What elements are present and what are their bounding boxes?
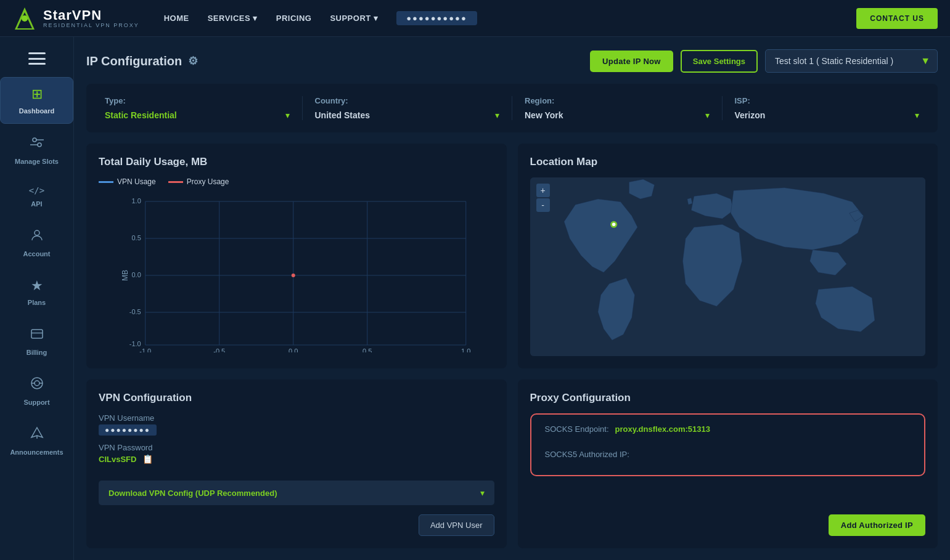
slot-selector-wrap: Test slot 1 ( Static Residential ) — [765, 49, 938, 73]
isp-value: Verizon — [735, 110, 766, 120]
zoom-out-button[interactable]: - — [536, 198, 550, 212]
announcements-icon — [30, 426, 44, 444]
svg-text:-1.0: -1.0 — [139, 347, 151, 352]
content-area: IP Configuration ⚙ Update IP Now Save Se… — [74, 37, 950, 560]
country-value: United States — [315, 110, 370, 120]
proxy-socks-value: proxy.dnsflex.com:51313 — [615, 424, 710, 434]
logo-sub: RESIDENTIAL VPN PROXY — [43, 22, 139, 28]
proxy-socks-label: SOCKS Endpoint: — [545, 424, 609, 434]
isp-select[interactable]: Verizon ▾ — [735, 110, 920, 120]
sidebar-item-manage-slots[interactable]: Manage Slots — [0, 127, 73, 174]
billing-icon — [30, 327, 44, 344]
map-controls: + - — [536, 184, 550, 212]
world-map-svg — [530, 177, 926, 356]
chart-title: Total Daily Usage, MB — [99, 156, 494, 168]
sidebar-item-plans[interactable]: ★ Plans — [0, 269, 73, 315]
isp-dropdown-arrow[interactable]: ▾ — [915, 110, 919, 120]
logo: StarVPN RESIDENTIAL VPN PROXY — [12, 6, 139, 31]
add-auth-wrap: Add Authorized IP — [530, 514, 926, 536]
svg-text:0.5: 0.5 — [131, 234, 141, 241]
svg-text:-1.0: -1.0 — [129, 340, 141, 347]
save-settings-button[interactable]: Save Settings — [681, 50, 758, 73]
isp-label: ISP: — [735, 96, 920, 105]
nav-pricing[interactable]: PRICING — [276, 14, 312, 23]
legend-proxy: Proxy Usage — [168, 177, 229, 186]
chevron-down-icon: ▾ — [374, 14, 379, 23]
nav-links: HOME SERVICES ▾ PRICING SUPPORT ▾ ●●●●●●… — [164, 11, 857, 25]
legend-proxy-label: Proxy Usage — [187, 177, 229, 186]
add-vpn-user-button[interactable]: Add VPN User — [419, 514, 494, 536]
ip-config-row: Type: Static Residential ▾ Country: Unit… — [86, 84, 938, 132]
vpn-config-title: VPN Configuration — [99, 392, 494, 404]
slot-selector[interactable]: Test slot 1 ( Static Residential ) — [765, 49, 938, 73]
two-col-grid: Total Daily Usage, MB VPN Usage Proxy Us… — [86, 144, 938, 548]
hamburger-menu[interactable] — [0, 46, 73, 74]
legend-vpn-line — [99, 181, 113, 183]
type-select[interactable]: Static Residential ▾ — [105, 110, 290, 120]
proxy-socks-row: SOCKS Endpoint: proxy.dnsflex.com:51313 — [539, 420, 917, 439]
proxy-config-title: Proxy Configuration — [530, 392, 926, 404]
top-navbar: StarVPN RESIDENTIAL VPN PROXY HOME SERVI… — [0, 0, 950, 37]
vpn-username-label: VPN Username — [99, 413, 154, 423]
legend-vpn: VPN Usage — [99, 177, 156, 186]
type-dropdown-arrow[interactable]: ▾ — [285, 110, 290, 120]
hamburger-icon — [28, 52, 46, 65]
nav-services[interactable]: SERVICES ▾ — [208, 14, 258, 23]
copy-icon[interactable]: 📋 — [142, 454, 153, 464]
map-title: Location Map — [530, 156, 926, 168]
support-icon — [30, 376, 44, 394]
type-field: Type: Static Residential ▾ — [105, 96, 303, 120]
sidebar-label-dashboard: Dashboard — [19, 107, 54, 115]
svg-point-4 — [38, 143, 41, 147]
sidebar-label-api: API — [31, 200, 42, 208]
manage-slots-icon — [30, 136, 44, 153]
sidebar-label-plans: Plans — [28, 299, 46, 306]
proxy-auth-ip-label: SOCKS5 Authorized IP: — [545, 450, 629, 459]
vpn-download-label: Download VPN Config (UDP Recommended) — [109, 489, 277, 498]
gear-icon[interactable]: ⚙ — [188, 54, 198, 68]
sidebar-label-support: Support — [23, 399, 49, 406]
sidebar-item-billing[interactable]: Billing — [0, 318, 73, 365]
update-ip-button[interactable]: Update IP Now — [590, 51, 673, 72]
ip-config-title: IP Configuration ⚙ — [86, 54, 198, 68]
svg-point-11 — [35, 381, 39, 386]
country-select[interactable]: United States ▾ — [315, 110, 500, 120]
nav-home[interactable]: HOME — [164, 14, 189, 23]
sidebar-item-announcements[interactable]: Announcements — [0, 418, 73, 465]
main-layout: ⊞ Dashboard Manage Slots </> API — [0, 37, 950, 560]
sidebar-item-dashboard[interactable]: ⊞ Dashboard — [0, 77, 73, 124]
svg-text:-0.5: -0.5 — [129, 308, 141, 315]
svg-text:0.0: 0.0 — [131, 271, 141, 278]
country-dropdown-arrow[interactable]: ▾ — [495, 110, 499, 120]
proxy-auth-ip-row: SOCKS5 Authorized IP: — [539, 445, 917, 464]
svg-point-39 — [612, 223, 615, 226]
vpn-password-label: VPN Password — [99, 443, 152, 452]
sidebar-item-support[interactable]: Support — [0, 368, 73, 415]
dashboard-icon: ⊞ — [31, 86, 43, 102]
sidebar: ⊞ Dashboard Manage Slots </> API — [0, 37, 74, 560]
chart-svg-wrap: MB 1.0 0.5 0.0 -0.5 -1.0 — [99, 192, 494, 352]
type-label: Type: — [105, 96, 290, 105]
vpn-config-card: VPN Configuration VPN Username ●●●●●●●● … — [86, 379, 507, 548]
logo-name: StarVPN — [43, 9, 139, 22]
vpn-password-value: CILvsSFD — [99, 455, 136, 464]
map-container: + - — [530, 177, 926, 356]
region-select[interactable]: New York ▾ — [525, 110, 710, 120]
legend-vpn-label: VPN Usage — [117, 177, 156, 186]
region-dropdown-arrow[interactable]: ▾ — [705, 110, 710, 120]
svg-text:1.0: 1.0 — [131, 197, 141, 205]
vpn-download-row[interactable]: Download VPN Config (UDP Recommended) ▾ — [99, 481, 494, 505]
svg-text:1.0: 1.0 — [461, 347, 470, 352]
nav-support[interactable]: SUPPORT ▾ — [330, 14, 378, 23]
sidebar-item-account[interactable]: Account — [0, 219, 73, 266]
add-authorized-ip-button[interactable]: Add Authorized IP — [829, 514, 925, 536]
ip-config-header: IP Configuration ⚙ Update IP Now Save Se… — [86, 49, 938, 73]
region-value: New York — [525, 110, 563, 120]
svg-point-7 — [35, 230, 39, 235]
sidebar-item-api[interactable]: </> API — [0, 177, 73, 216]
proxy-config-card: Proxy Configuration SOCKS Endpoint: prox… — [518, 379, 938, 548]
contact-button[interactable]: CONTACT US — [856, 8, 938, 29]
plans-icon: ★ — [31, 278, 43, 294]
zoom-in-button[interactable]: + — [536, 184, 550, 197]
api-icon: </> — [29, 185, 44, 195]
